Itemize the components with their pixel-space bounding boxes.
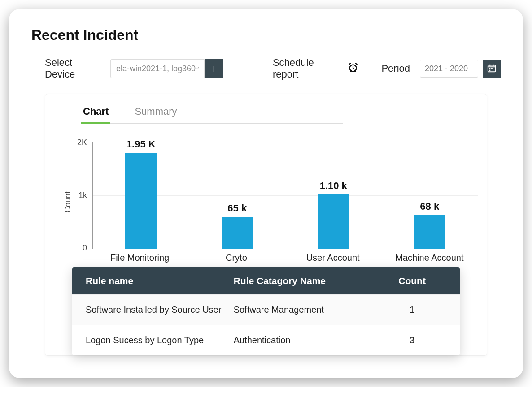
select-device-label: Select Device <box>45 57 105 80</box>
bar-value-label: 1.95 K <box>126 138 156 150</box>
th-rule: Rule name <box>86 276 234 286</box>
device-input[interactable] <box>110 59 205 78</box>
cell-rule: Software Installed by Source User <box>86 305 234 315</box>
plot-area: 1.95 K65 k1.10 k68 k <box>92 142 478 249</box>
svg-rect-4 <box>489 69 491 71</box>
y-tick: 1k <box>77 191 87 200</box>
schedule-label: Schedule report <box>273 57 342 80</box>
alarm-clock-icon <box>347 62 359 75</box>
rules-table: Rule name Rule Catagory Name Count Softw… <box>72 267 460 355</box>
cell-category: Software Management <box>234 305 378 315</box>
x-axis-label: User Account <box>290 253 375 263</box>
svg-rect-2 <box>489 68 491 69</box>
bar-value-label: 1.10 k <box>320 180 347 192</box>
table-row[interactable]: Logon Sucess by Logon TypeAuthentication… <box>72 325 460 355</box>
plus-icon: + <box>210 62 217 76</box>
bar[interactable] <box>318 194 349 249</box>
table-row[interactable]: Software Installed by Source UserSoftwar… <box>72 294 460 325</box>
calendar-icon <box>487 63 497 74</box>
y-tick: 0 <box>77 243 87 253</box>
chart-panel: Chart Summary Count 2K 1k 0 1.95 K65 k1.… <box>45 94 487 356</box>
page-title: Recent Incident <box>31 27 501 43</box>
x-axis-label: File Monitoring <box>97 253 182 263</box>
tab-summary[interactable]: Summary <box>133 103 179 124</box>
bar[interactable] <box>125 153 157 249</box>
period-group: Period <box>381 60 501 78</box>
period-input[interactable] <box>420 60 478 78</box>
svg-rect-3 <box>491 68 493 69</box>
cell-category: Authentication <box>234 335 378 345</box>
cell-count: 1 <box>378 305 446 315</box>
bar-group: 1.10 k <box>291 180 376 249</box>
x-axis-labels: File MonitoringCrytoUser AccountMachine … <box>92 253 478 263</box>
x-axis-label: Cryto <box>194 253 279 263</box>
bar-group: 65 k <box>195 203 279 249</box>
calendar-button[interactable] <box>483 60 501 78</box>
cell-rule: Logon Sucess by Logon Type <box>86 335 234 345</box>
incident-card: Recent Incident Select Device + Schedule… <box>9 9 523 378</box>
y-tick: 2K <box>77 138 87 147</box>
controls-row: Select Device + Schedule report Period <box>31 57 501 80</box>
th-category: Rule Catagory Name <box>234 276 378 286</box>
period-label: Period <box>381 63 410 74</box>
table-header: Rule name Rule Catagory Name Count <box>72 267 460 294</box>
tabs: Chart Summary <box>81 103 343 124</box>
chart-area: Count 2K 1k 0 1.95 K65 k1.10 k68 k <box>63 142 478 249</box>
bar-value-label: 65 k <box>227 203 247 214</box>
bar-value-label: 68 k <box>420 201 439 212</box>
schedule-report[interactable]: Schedule report <box>273 57 359 80</box>
device-selector: + <box>110 59 223 78</box>
bar[interactable] <box>222 217 253 249</box>
th-count: Count <box>378 276 446 286</box>
y-ticks: 2K 1k 0 <box>77 142 92 249</box>
bar[interactable] <box>414 215 445 249</box>
x-axis-label: Machine Account <box>387 253 472 263</box>
y-axis-label: Count <box>63 178 73 213</box>
bar-group: 68 k <box>387 201 472 249</box>
cell-count: 3 <box>378 335 446 345</box>
tab-chart[interactable]: Chart <box>81 103 110 124</box>
add-device-button[interactable]: + <box>205 59 223 78</box>
bar-group: 1.95 K <box>99 138 183 249</box>
